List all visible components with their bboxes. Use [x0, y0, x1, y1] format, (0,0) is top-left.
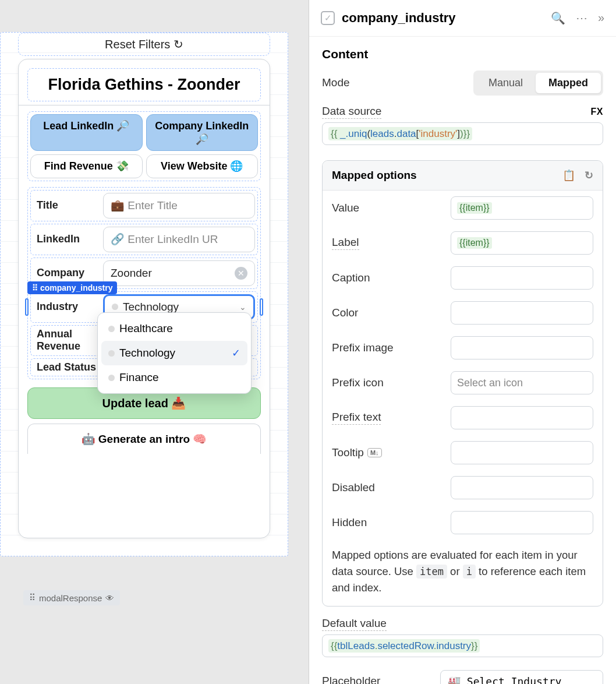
chevron-down-icon: ⌄ — [239, 302, 246, 312]
label-input[interactable]: {{item}} — [451, 231, 593, 255]
lead-linkedin-button[interactable]: Lead LinkedIn 🔎 — [30, 114, 143, 151]
title-row: Title 💼 Enter Title — [30, 190, 258, 221]
label-label: Label — [332, 236, 359, 250]
tooltip-label: TooltipM↓ — [332, 446, 425, 459]
search-icon[interactable]: 🔍 — [551, 11, 565, 25]
dropdown-option-healthcare[interactable]: Healthcare — [101, 316, 247, 341]
value-input[interactable]: {{item}} — [451, 196, 593, 220]
form-outline: Reset Filters ↻ Florida Gethins - Zoonde… — [0, 32, 288, 556]
find-revenue-button[interactable]: Find Revenue 💸 — [30, 154, 143, 178]
default-value-input[interactable]: {{tblLeads.selectedRow.industry}} — [322, 634, 603, 657]
mode-toggle: Manual Mapped — [473, 70, 603, 96]
hidden-input[interactable] — [451, 511, 593, 534]
reset-filters-button[interactable]: Reset Filters ↻ — [105, 37, 183, 51]
prefix-text-input[interactable] — [451, 406, 593, 429]
title-label: Title — [33, 199, 97, 211]
linkedin-input[interactable]: 🔗 Enter LinkedIn UR — [103, 227, 255, 252]
company-value: Zoonder — [111, 267, 152, 280]
caption-input[interactable] — [451, 266, 593, 290]
selection-tag: ⠿ company_industry — [27, 281, 117, 294]
linkedin-row: LinkedIn 🔗 Enter LinkedIn UR — [30, 224, 258, 255]
caption-label: Caption — [332, 272, 425, 284]
color-input[interactable] — [451, 301, 593, 325]
mapped-options-hint: Mapped options are evaluated for each it… — [323, 540, 603, 606]
industry-dropdown: Healthcare Technology✓ Finance — [97, 312, 252, 394]
collapse-icon[interactable]: » — [598, 11, 604, 25]
resize-handle-right[interactable] — [260, 298, 263, 316]
prefix-image-label: Prefix image — [332, 341, 425, 354]
prefix-text-label: Prefix text — [332, 411, 381, 425]
panel-header: ✓ company_industry 🔍 ⋯ » — [309, 0, 616, 37]
prefix-icon-label: Prefix icon — [332, 376, 425, 389]
copy-icon[interactable]: 📋 — [562, 169, 575, 182]
value-label: Value — [332, 202, 425, 214]
content-heading: Content — [322, 47, 603, 61]
dropdown-option-finance[interactable]: Finance — [101, 365, 247, 390]
component-name: company_industry — [342, 10, 456, 26]
linkedin-label: LinkedIn — [33, 233, 97, 245]
check-icon: ✓ — [232, 347, 240, 359]
color-label: Color — [332, 306, 425, 319]
mode-manual-button[interactable]: Manual — [476, 73, 536, 93]
modal-response-label: ⠿ modalResponse 👁 — [23, 590, 120, 605]
divider — [19, 105, 270, 105]
prefix-icon-input[interactable]: Select an icon — [451, 371, 593, 394]
design-canvas: Reset Filters ↻ Florida Gethins - Zoonde… — [0, 0, 309, 684]
disabled-label: Disabled — [332, 481, 425, 494]
industry-value: Technology — [123, 301, 179, 313]
mode-mapped-button[interactable]: Mapped — [536, 73, 601, 93]
resize-handle-left[interactable] — [25, 298, 29, 316]
reset-filters-wrap: Reset Filters ↻ — [18, 33, 270, 56]
tooltip-input[interactable] — [451, 441, 593, 464]
inspector-panel: ✓ company_industry 🔍 ⋯ » Content Mode Ma… — [309, 0, 616, 684]
mapped-options-box: Mapped options 📋↻ Value{{item}} Label{{i… — [322, 160, 603, 607]
component-type-icon: ✓ — [321, 11, 335, 25]
reset-icon[interactable]: ↻ — [585, 169, 593, 182]
annual-revenue-label: Annual Revenue — [33, 328, 97, 353]
hidden-label: Hidden — [332, 516, 425, 529]
placeholder-input[interactable]: 🏭 Select Industry — [440, 670, 603, 684]
view-website-button[interactable]: View Website 🌐 — [146, 154, 259, 178]
fx-button[interactable]: FX — [591, 107, 603, 117]
data-source-label: Data source — [322, 105, 381, 119]
title-input[interactable]: 💼 Enter Title — [103, 193, 255, 218]
prefix-image-input[interactable] — [451, 336, 593, 359]
mode-label: Mode — [322, 76, 350, 90]
card-title: Florida Gethins - Zoonder — [27, 68, 261, 101]
mapped-options-heading: Mapped options — [332, 169, 417, 182]
company-linkedin-button[interactable]: Company LinkedIn 🔎 — [146, 114, 259, 151]
placeholder-label: Placeholder — [322, 675, 380, 684]
data-source-input[interactable]: {{ _.uniq(leads.data['industry'])}} — [322, 122, 603, 145]
industry-label: Industry — [33, 301, 97, 313]
company-input[interactable]: Zoonder ✕ — [103, 260, 255, 286]
disabled-input[interactable] — [451, 476, 593, 499]
dropdown-option-technology[interactable]: Technology✓ — [101, 341, 247, 365]
lead-form-card: Florida Gethins - Zoonder Lead LinkedIn … — [18, 59, 270, 538]
generate-intro-button[interactable]: 🤖 Generate an intro 🧠 — [27, 424, 261, 454]
default-value-label: Default value — [322, 617, 387, 631]
option-dot-icon — [112, 304, 118, 310]
clear-icon[interactable]: ✕ — [235, 267, 247, 280]
more-icon[interactable]: ⋯ — [576, 11, 587, 25]
company-label: Company — [33, 267, 97, 279]
hidden-icon: 👁 — [105, 593, 114, 603]
action-button-grid: Lead LinkedIn 🔎 Company LinkedIn 🔎 Find … — [27, 111, 261, 181]
markdown-badge: M↓ — [367, 448, 382, 457]
